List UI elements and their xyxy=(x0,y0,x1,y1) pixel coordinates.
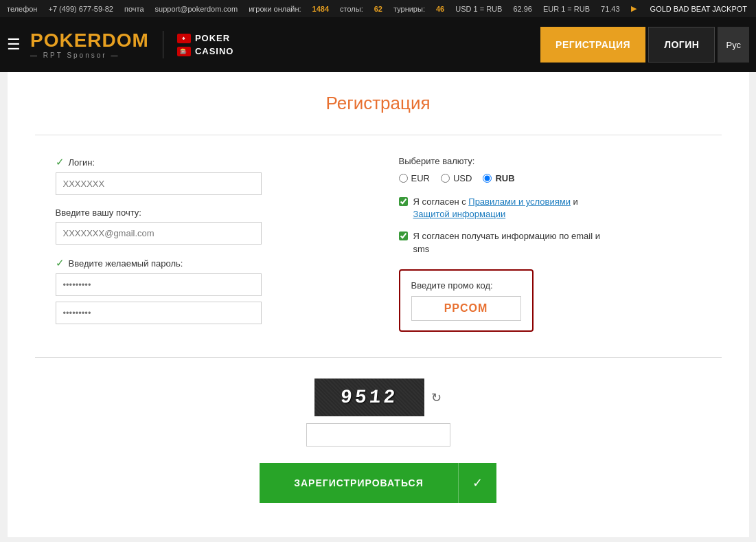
header-right: РЕГИСТРАЦИЯ ЛОГИН Рус xyxy=(540,27,749,63)
captcha-image: 9512 xyxy=(314,379,424,416)
usd-rate: 62.96 xyxy=(513,5,532,13)
currency-rub-radio[interactable] xyxy=(483,174,492,183)
currency-usd-radio[interactable] xyxy=(441,174,450,183)
email-label: Введите вашу почту: xyxy=(56,207,358,218)
nav-poker[interactable]: ♠ POKER xyxy=(177,33,234,43)
eur-rate: 71.43 xyxy=(601,5,620,13)
casino-icon: 🎰 xyxy=(177,47,191,56)
jackpot-arrow-icon: ▶ xyxy=(631,4,637,13)
registration-form: ✓ Логин: Введите вашу почту: ✓ Введите ж… xyxy=(35,156,722,337)
email-label-text: Введите вашу почту: xyxy=(56,207,141,218)
language-button[interactable]: Рус xyxy=(718,27,749,63)
terms-text: Я согласен с Правилами и условиями и Защ… xyxy=(413,196,605,221)
captcha-visual-text: 9512 xyxy=(340,387,399,408)
menu-button[interactable]: ☰ xyxy=(7,36,21,54)
divider-middle xyxy=(35,357,722,358)
password-label-text: Введите желаемый пароль: xyxy=(69,258,183,269)
poker-icon: ♠ xyxy=(177,34,191,43)
terms-checkbox-group: Я согласен с Правилами и условиями и Защ… xyxy=(399,196,605,221)
currency-field-group: Выберите валюту: EUR USD RUB xyxy=(399,156,701,183)
submit-button[interactable]: ЗАРЕГИСТРИРОВАТЬСЯ xyxy=(260,463,458,503)
phone-label: телефон xyxy=(7,5,37,13)
phone-number: +7 (499) 677-59-82 xyxy=(48,5,113,13)
tournaments-label: турниры: xyxy=(393,5,425,13)
promo-input-wrapper xyxy=(411,296,521,321)
form-left: ✓ Логин: Введите вашу почту: ✓ Введите ж… xyxy=(56,156,358,337)
top-bar: телефон +7 (499) 677-59-82 почта support… xyxy=(0,0,756,17)
login-input[interactable] xyxy=(56,172,262,195)
captcha-section: 9512 ↻ xyxy=(35,379,722,447)
promo-input[interactable] xyxy=(411,296,521,321)
submit-area: ЗАРЕГИСТРИРОВАТЬСЯ ✓ xyxy=(35,463,722,503)
password-label: ✓ Введите желаемый пароль: xyxy=(56,257,358,269)
password-check-icon: ✓ xyxy=(56,257,65,269)
login-check-icon: ✓ xyxy=(56,156,65,168)
usd-label: USD 1 = RUB xyxy=(455,5,502,13)
login-field-group: ✓ Логин: xyxy=(56,156,358,195)
logo-poker: POKER xyxy=(30,30,102,51)
register-button[interactable]: РЕГИСТРАЦИЯ xyxy=(540,27,645,63)
terms-link[interactable]: Правилами и условиями xyxy=(468,196,571,207)
login-label-text: Логин: xyxy=(69,157,95,168)
captcha-refresh-button[interactable]: ↻ xyxy=(431,390,442,405)
tournaments-count: 46 xyxy=(436,5,444,13)
header: ☰ POKERDOM — RPT Sponsor — ♠ POKER 🎰 CAS… xyxy=(0,17,756,72)
email-label: почта xyxy=(124,5,144,13)
logo-subtitle: — RPT Sponsor — xyxy=(30,52,149,59)
password-field-group: ✓ Введите желаемый пароль: xyxy=(56,257,358,324)
promo-section: Введите промо код: xyxy=(399,269,534,332)
currency-eur-option[interactable]: EUR xyxy=(399,173,430,183)
email-sms-text: Я согласен получать информацию по email … xyxy=(413,230,605,255)
nav-poker-label: POKER xyxy=(195,33,230,43)
players-count: 1484 xyxy=(312,5,329,13)
tables-count: 62 xyxy=(374,5,382,13)
eur-label: EUR 1 = RUB xyxy=(543,5,590,13)
captcha-wrapper: 9512 ↻ xyxy=(314,379,442,416)
currency-eur-label: EUR xyxy=(411,173,430,183)
email-address: support@pokerdom.com xyxy=(155,5,238,13)
divider-top xyxy=(35,135,722,135)
logo-area: POKERDOM — RPT Sponsor — ♠ POKER 🎰 CASIN… xyxy=(30,31,540,59)
page-content: Регистрация ✓ Логин: Введите вашу почту: xyxy=(8,72,749,537)
email-sms-checkbox[interactable] xyxy=(399,232,408,240)
email-input[interactable] xyxy=(56,222,262,245)
currency-label: Выберите валюту: xyxy=(399,156,701,166)
logo-text: POKERDOM xyxy=(30,31,149,50)
login-button[interactable]: ЛОГИН xyxy=(648,27,715,63)
tables-label: столы: xyxy=(340,5,363,13)
terms-checkbox[interactable] xyxy=(399,197,408,206)
privacy-link[interactable]: Защитой информации xyxy=(413,209,506,219)
currency-rub-label: RUB xyxy=(495,173,514,183)
currency-options: EUR USD RUB xyxy=(399,173,701,183)
logo-divider xyxy=(163,31,163,58)
currency-eur-radio[interactable] xyxy=(399,174,408,183)
captcha-input[interactable] xyxy=(306,423,450,447)
submit-check-button[interactable]: ✓ xyxy=(458,463,496,503)
logo[interactable]: POKERDOM — RPT Sponsor — xyxy=(30,31,149,59)
currency-usd-option[interactable]: USD xyxy=(441,173,472,183)
promo-label: Введите промо код: xyxy=(411,280,521,291)
currency-rub-option[interactable]: RUB xyxy=(483,173,514,183)
password-input[interactable] xyxy=(56,273,262,296)
logo-dom: DOM xyxy=(102,30,149,51)
players-label: игроки онлайн: xyxy=(249,5,301,13)
jackpot-label: GOLD BAD BEAT JACKPOT xyxy=(650,5,747,13)
password-confirm-input[interactable] xyxy=(56,302,262,324)
nav-casino[interactable]: 🎰 CASINO xyxy=(177,46,234,56)
logo-nav: ♠ POKER 🎰 CASINO xyxy=(177,33,234,56)
page-title: Регистрация xyxy=(35,93,722,114)
email-sms-checkbox-group: Я согласен получать информацию по email … xyxy=(399,230,605,255)
login-label: ✓ Логин: xyxy=(56,156,358,168)
nav-casino-label: CASINO xyxy=(195,46,234,56)
currency-usd-label: USD xyxy=(453,173,472,183)
form-right: Выберите валюту: EUR USD RUB xyxy=(399,156,701,337)
email-field-group: Введите вашу почту: xyxy=(56,207,358,245)
